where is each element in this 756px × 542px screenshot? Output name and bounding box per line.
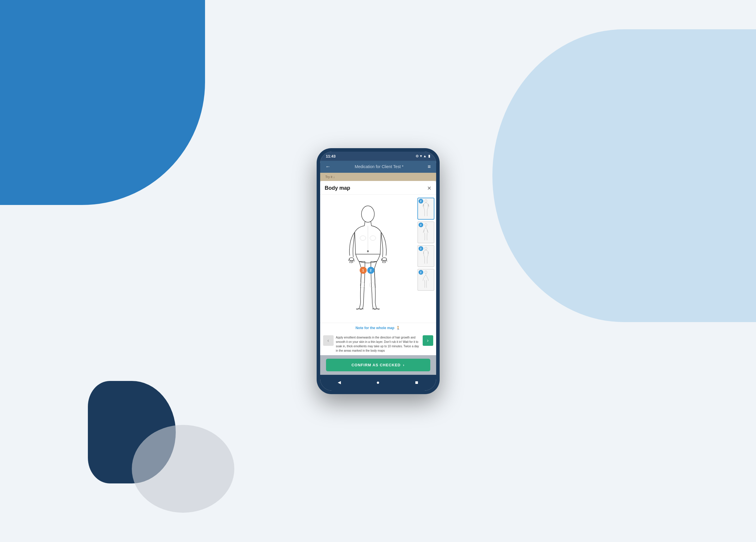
svg-point-28 <box>425 247 427 250</box>
status-time: 11:43 <box>326 154 336 159</box>
bottom-nav-bar: ◄ ● ■ <box>320 375 436 391</box>
confirm-area: CONFIRM AS CHECKED › <box>320 355 436 375</box>
svg-point-5 <box>370 236 376 241</box>
body-svg-container: 1 2 <box>336 203 400 314</box>
status-icons: ⊙ ▾ ▲ ▮ <box>416 154 430 158</box>
confirm-button[interactable]: CONFIRM AS CHECKED › <box>326 359 430 371</box>
body-marker-1[interactable]: 1 <box>360 267 367 274</box>
header-title: Medication for Client Test * <box>355 164 403 169</box>
bg-shape-blue <box>0 0 205 205</box>
svg-point-23 <box>367 251 368 252</box>
note-label-text: Note for the whole map <box>356 326 395 330</box>
thumbnail-strip: 2 ◄ <box>416 195 436 323</box>
svg-point-4 <box>360 236 366 241</box>
svg-point-22 <box>370 282 374 288</box>
signal-icon: ▲ <box>423 154 427 158</box>
svg-point-27 <box>425 223 427 226</box>
svg-point-31 <box>425 271 427 273</box>
modal-area: Body map ✕ <box>320 181 436 375</box>
back-button[interactable]: ← <box>325 164 331 170</box>
bg-shape-light <box>492 29 756 322</box>
thumbnail-1-badge: 2 <box>419 199 423 204</box>
body-map-modal: Body map ✕ <box>320 181 436 375</box>
tab-hint-bar: Try it ↓ <box>320 173 436 181</box>
confirm-button-label: CONFIRM AS CHECKED <box>351 363 401 367</box>
svg-line-1 <box>364 222 365 226</box>
svg-point-24 <box>425 200 427 202</box>
confirm-arrow-icon: › <box>403 363 405 367</box>
note-label: Note for the whole map 🚶 <box>324 326 432 330</box>
svg-point-0 <box>361 206 374 222</box>
tab-hint-label: Try it ↓ <box>325 175 335 179</box>
phone-wrapper: 11:43 ⊙ ▾ ▲ ▮ ← Medication for Client Te… <box>317 148 440 394</box>
thumbnail-3[interactable]: 2 <box>417 245 434 267</box>
svg-line-9 <box>350 260 350 263</box>
human-body-diagram <box>336 203 400 314</box>
modal-header: Body map ✕ <box>320 181 436 195</box>
location-icon: ⊙ <box>416 154 419 158</box>
recents-nav-button[interactable]: ■ <box>412 378 421 387</box>
marker-1-label: 1 <box>362 269 364 272</box>
thumbnail-4-badge: 2 <box>419 270 423 274</box>
modal-body: 1 2 2 <box>320 195 436 323</box>
phone-device: 11:43 ⊙ ▾ ▲ ▮ ← Medication for Client Te… <box>317 148 440 394</box>
note-section: Note for the whole map 🚶 <box>320 323 436 333</box>
thumbnail-1[interactable]: 2 ◄ <box>417 198 434 220</box>
battery-icon: ▮ <box>428 154 430 158</box>
back-nav-button[interactable]: ◄ <box>335 378 344 387</box>
phone-screen: 11:43 ⊙ ▾ ▲ ▮ ← Medication for Client Te… <box>320 152 436 391</box>
menu-button[interactable]: ≡ <box>428 164 431 170</box>
app-header: ← Medication for Client Test * ≡ <box>320 161 436 173</box>
note-text: Apply emollient downwards in the directi… <box>336 335 420 353</box>
body-diagram-area: 1 2 <box>320 195 416 323</box>
svg-line-2 <box>371 222 371 226</box>
person-icon: 🚶 <box>396 326 400 330</box>
wifi-icon: ▾ <box>420 154 422 158</box>
svg-point-13 <box>382 258 387 261</box>
bg-shape-gray <box>132 425 234 513</box>
svg-line-14 <box>381 259 382 261</box>
modal-title: Body map <box>325 185 350 191</box>
prev-button[interactable]: ‹ <box>323 335 334 346</box>
thumbnail-2-badge: 2 <box>419 223 423 227</box>
thumbnail-3-badge: 2 <box>419 246 423 251</box>
active-thumbnail-indicator: ◄ <box>417 206 419 212</box>
thumbnail-2[interactable]: 2 <box>417 222 434 243</box>
nav-row: ‹ Apply emollient downwards in the direc… <box>320 333 436 355</box>
body-marker-2[interactable]: 2 <box>367 267 374 274</box>
home-nav-button[interactable]: ● <box>374 378 383 387</box>
svg-line-18 <box>386 260 387 262</box>
next-button[interactable]: › <box>423 335 433 346</box>
modal-close-button[interactable]: ✕ <box>427 185 431 192</box>
marker-2-label: 2 <box>370 269 371 272</box>
status-bar: 11:43 ⊙ ▾ ▲ ▮ <box>320 152 436 161</box>
thumbnail-4[interactable]: 2 <box>417 269 434 291</box>
svg-point-7 <box>349 258 354 261</box>
